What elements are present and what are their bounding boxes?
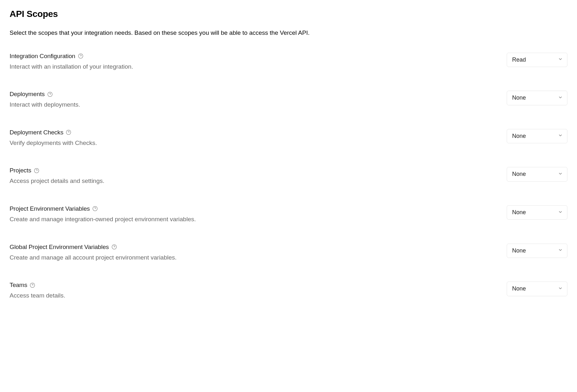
scope-select-teams[interactable]: NoneReadRead/Write [507, 282, 567, 296]
scope-description: Verify deployments with Checks. [10, 139, 499, 147]
help-icon[interactable] [92, 206, 98, 211]
scope-label: Project Environment Variables [10, 205, 90, 212]
scope-description: Access team details. [10, 291, 499, 300]
scope-list: Integration Configuration Interact with … [10, 53, 567, 300]
help-icon[interactable] [78, 53, 83, 59]
svg-point-0 [78, 54, 83, 58]
svg-point-10 [112, 245, 116, 249]
page-description: Select the scopes that your integration … [10, 29, 567, 37]
scope-info: Deployment Checks Verify deployments wit… [10, 129, 499, 147]
scope-label-line: Integration Configuration [10, 53, 499, 60]
scope-select-deployments[interactable]: NoneReadRead/Write [507, 91, 567, 105]
page-title: API Scopes [10, 9, 567, 19]
scope-description: Interact with deployments. [10, 101, 499, 109]
scope-info: Deployments Interact with deployments. [10, 91, 499, 109]
scope-row-global-project-env-vars: Global Project Environment Variables Cre… [10, 244, 567, 262]
scope-description: Access project details and settings. [10, 177, 499, 185]
svg-point-8 [93, 207, 97, 211]
scope-label-line: Deployment Checks [10, 129, 499, 136]
scope-select-integration-configuration[interactable]: NoneReadRead/Write [507, 53, 567, 67]
scope-info: Global Project Environment Variables Cre… [10, 244, 499, 262]
scope-select-projects[interactable]: NoneReadRead/Write [507, 167, 567, 181]
scope-row-deployments: Deployments Interact with deployments. N… [10, 91, 567, 109]
scope-label-line: Projects [10, 167, 499, 174]
scope-row-teams: Teams Access team details. NoneReadRead/… [10, 282, 567, 300]
scope-info: Project Environment Variables Create and… [10, 205, 499, 224]
help-icon[interactable] [66, 130, 71, 135]
scope-info: Integration Configuration Interact with … [10, 53, 499, 71]
svg-point-2 [48, 92, 52, 96]
help-icon[interactable] [112, 244, 117, 250]
scope-select-wrap: NoneReadRead/Write [507, 167, 567, 181]
scope-label: Projects [10, 167, 31, 174]
scope-select-project-env-vars[interactable]: NoneReadRead/Write [507, 205, 567, 220]
scope-select-wrap: NoneReadRead/Write [507, 205, 567, 220]
scope-label: Deployment Checks [10, 129, 63, 136]
svg-point-12 [30, 283, 35, 287]
scope-row-project-env-vars: Project Environment Variables Create and… [10, 205, 567, 224]
scope-info: Projects Access project details and sett… [10, 167, 499, 185]
svg-point-6 [34, 168, 39, 173]
scope-select-wrap: NoneReadRead/Write [507, 91, 567, 105]
help-icon[interactable] [30, 283, 35, 288]
scope-label: Deployments [10, 91, 45, 98]
scope-select-deployment-checks[interactable]: NoneReadRead/Write [507, 129, 567, 143]
scope-select-wrap: NoneReadRead/Write [507, 53, 567, 67]
scope-select-wrap: NoneReadRead/Write [507, 282, 567, 296]
scope-label-line: Project Environment Variables [10, 205, 499, 212]
scope-select-global-project-env-vars[interactable]: NoneReadRead/Write [507, 244, 567, 258]
scope-description: Create and manage integration-owned proj… [10, 215, 499, 224]
scope-label-line: Teams [10, 282, 499, 289]
scope-row-integration-configuration: Integration Configuration Interact with … [10, 53, 567, 71]
scope-label-line: Deployments [10, 91, 499, 98]
scope-info: Teams Access team details. [10, 282, 499, 300]
scope-label: Teams [10, 282, 27, 289]
scope-row-deployment-checks: Deployment Checks Verify deployments wit… [10, 129, 567, 147]
scope-select-wrap: NoneReadRead/Write [507, 129, 567, 143]
scope-label: Global Project Environment Variables [10, 244, 109, 251]
help-icon[interactable] [47, 92, 53, 97]
svg-point-4 [66, 130, 71, 135]
scope-row-projects: Projects Access project details and sett… [10, 167, 567, 185]
scope-description: Create and manage all account project en… [10, 253, 499, 262]
scope-label: Integration Configuration [10, 53, 75, 60]
help-icon[interactable] [34, 168, 39, 173]
scope-label-line: Global Project Environment Variables [10, 244, 499, 251]
scope-description: Interact with an installation of your in… [10, 63, 499, 71]
scope-select-wrap: NoneReadRead/Write [507, 244, 567, 258]
